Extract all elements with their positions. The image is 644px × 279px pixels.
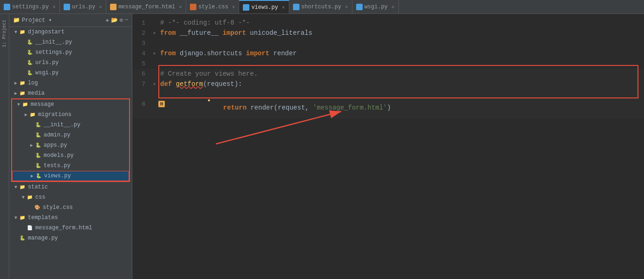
code-container[interactable]: 1 # -*- coding: utf-8 -*- 2 from __futur…	[132, 14, 644, 279]
tree-item-urls-py[interactable]: 🐍 urls.py	[9, 58, 132, 68]
new-file-icon[interactable]: ✚	[105, 17, 109, 24]
tree-label: log	[28, 80, 38, 86]
tree-label: style.css	[43, 204, 73, 211]
tree-item-templates[interactable]: ▼ 📁 templates	[9, 213, 132, 223]
arrow-icon: ▼	[20, 195, 26, 200]
tree-item-static[interactable]: ▼ 📁 static	[9, 182, 132, 192]
tree-item-views-py[interactable]: ▶ 🐍 views.py	[12, 171, 129, 181]
tab-shortcuts-close[interactable]: ✕	[345, 4, 348, 10]
folder-icon: 📁	[26, 194, 33, 201]
tab-wsgi-icon	[356, 4, 363, 10]
tree-item-log[interactable]: ▶ 📁 log	[9, 78, 132, 88]
tab-style-close[interactable]: ✕	[232, 4, 235, 10]
tree-label: templates	[28, 214, 58, 221]
arrow-icon: ▼	[13, 185, 19, 190]
arrow-icon: ▶	[23, 112, 29, 117]
tree-label: media	[28, 90, 45, 97]
code-line-5: 5	[132, 58, 644, 69]
project-panel: 📁 Project ▾ ✚ 📂 ⚙ — ▼ 📁 djangostart 🐍 __…	[9, 14, 132, 279]
tree-item-manage-py[interactable]: 🐍 manage.py	[9, 233, 132, 243]
tree-label: tests.py	[44, 162, 71, 169]
tree-item-apps-py[interactable]: ▶ 🐍 apps.py	[12, 140, 129, 150]
tree-item-message[interactable]: ▼ 📁 message	[12, 99, 129, 110]
project-header: 📁 Project ▾ ✚ 📂 ⚙ —	[9, 14, 132, 27]
folder-icon: 📁	[19, 214, 26, 221]
tree-label: urls.py	[35, 59, 59, 66]
tab-style[interactable]: style.css ✕	[186, 0, 239, 13]
tree-item-djangostart[interactable]: ▼ 📁 djangostart	[9, 27, 132, 37]
py-icon: 🐍	[35, 173, 42, 179]
fold-gutter-4	[151, 51, 158, 56]
tab-shortcuts-icon	[293, 4, 299, 10]
py-icon: 🐍	[34, 162, 42, 169]
tree-item-admin-py[interactable]: 🐍 admin.py	[12, 130, 129, 140]
tab-wsgi[interactable]: wsgi.py ✕	[352, 0, 399, 13]
red-box-message: ▼ 📁 message ▶ 📁 migrations 🐍 __init__.py…	[11, 98, 130, 182]
py-icon: 🐍	[34, 152, 42, 159]
tree-item-settings-py[interactable]: 🐍 settings.py	[9, 47, 132, 58]
code-line-2: 2 from __future__ import unicode_literal…	[132, 28, 644, 38]
tab-urls[interactable]: urls.py ✕	[60, 0, 106, 13]
tab-shortcuts-label: shortcuts.py	[301, 4, 341, 10]
tree-item-css-folder[interactable]: ▼ 📁 css	[9, 192, 132, 202]
svg-marker-1	[154, 52, 156, 55]
tab-style-label: style.css	[198, 4, 228, 10]
tab-shortcuts[interactable]: shortcuts.py ✕	[289, 0, 352, 13]
py-icon: 🐍	[34, 132, 42, 138]
tree-label: apps.py	[44, 142, 67, 149]
tab-urls-label: urls.py	[72, 4, 95, 10]
new-folder-icon[interactable]: 📂	[111, 17, 118, 24]
project-title-label: Project ▾	[22, 17, 52, 24]
tree-label: admin.py	[44, 132, 71, 138]
tab-settings[interactable]: settings.py ✕	[0, 0, 60, 13]
collapse-icon[interactable]: —	[125, 17, 128, 24]
code-line-6: 6 # Create your views here.	[132, 69, 644, 79]
editor-area: 1 # -*- coding: utf-8 -*- 2 from __futur…	[132, 14, 644, 279]
svg-marker-0	[154, 32, 156, 34]
tree-label: migrations	[38, 111, 72, 118]
tree-item-msg-form-html[interactable]: 📄 message_form.html	[9, 223, 132, 233]
tab-settings-label: settings.py	[12, 4, 49, 10]
tab-message-form[interactable]: message_form.html ✕	[106, 0, 186, 13]
project-title: 📁 Project ▾	[13, 17, 52, 24]
py-icon: 🐍	[34, 142, 42, 149]
tree-item-models-py[interactable]: 🐍 models.py	[12, 150, 129, 161]
settings-icon[interactable]: ⚙	[120, 17, 123, 24]
arrow-icon: ▶	[13, 80, 19, 86]
line-number-4: 4	[132, 50, 151, 57]
line-number-2: 2	[132, 30, 151, 37]
tab-urls-close[interactable]: ✕	[99, 4, 102, 10]
tab-settings-icon	[4, 4, 10, 10]
project-strip: 1: Project	[0, 14, 9, 279]
tree-item-init-msg[interactable]: 🐍 __init__.py	[12, 120, 129, 130]
py-icon: 🐍	[19, 235, 26, 241]
html-icon: 📄	[26, 225, 33, 231]
tree-item-init-py[interactable]: 🐍 __init__.py	[9, 37, 132, 47]
line-number-3: 3	[132, 40, 151, 47]
folder-icon: 📁	[21, 101, 29, 108]
arrow-icon: ▶	[13, 91, 19, 96]
tree-label: djangostart	[28, 29, 65, 35]
tab-views[interactable]: views.py ✕	[239, 0, 289, 13]
bookmark-h: H	[158, 101, 165, 107]
tree-item-style-css[interactable]: 🎨 style.css	[9, 202, 132, 213]
tree-item-migrations[interactable]: ▶ 📁 migrations	[12, 110, 129, 120]
tab-views-close[interactable]: ✕	[282, 4, 285, 10]
tree-label: settings.py	[35, 49, 72, 56]
tree-item-tests-py[interactable]: 🐍 tests.py	[12, 161, 129, 171]
tree-label: __init__.py	[35, 39, 72, 45]
folder-icon: 📁	[19, 184, 26, 190]
project-folder-icon: 📁	[13, 17, 20, 24]
py-icon: 🐍	[26, 59, 33, 66]
tab-message-form-close[interactable]: ✕	[179, 4, 182, 10]
fold-gutter-2	[151, 31, 158, 35]
tab-settings-close[interactable]: ✕	[52, 4, 56, 10]
tab-message-form-label: message_form.html	[118, 4, 175, 10]
css-icon: 🎨	[33, 204, 41, 211]
project-header-icons: ✚ 📂 ⚙ —	[105, 17, 128, 24]
tab-wsgi-close[interactable]: ✕	[391, 4, 395, 10]
main-area: 1: Project 📁 Project ▾ ✚ 📂 ⚙ — ▼ 📁 djang…	[0, 14, 644, 279]
tree-item-wsgi-py[interactable]: 🐍 wsgi.py	[9, 68, 132, 78]
tab-message-form-icon	[110, 4, 117, 10]
tree-item-media[interactable]: ▶ 📁 media	[9, 88, 132, 98]
